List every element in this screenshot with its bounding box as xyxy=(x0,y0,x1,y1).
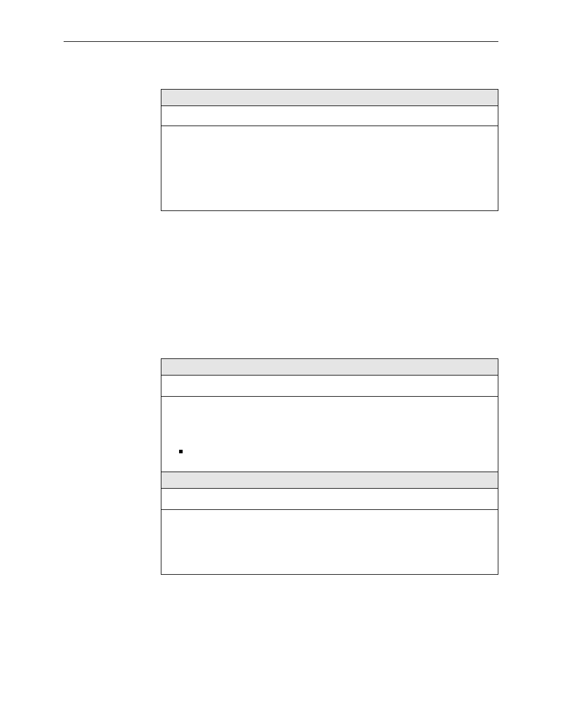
table2-body2-cell xyxy=(161,510,498,575)
table2-body1-cell xyxy=(161,397,498,472)
table2-header1-cell xyxy=(161,359,498,375)
table2-header-row-1 xyxy=(161,359,498,375)
table2-header-row-2 xyxy=(161,472,498,489)
table1-sub-cell xyxy=(161,106,498,126)
table2-sub-row-2 xyxy=(161,489,498,510)
info-table-2 xyxy=(161,358,498,575)
table2-sub-row-1 xyxy=(161,375,498,397)
table1-header-cell xyxy=(161,90,498,106)
gap-between-tables xyxy=(161,211,498,358)
content-area xyxy=(161,89,498,575)
table2-header2-cell xyxy=(161,472,498,489)
table2-body-row-2 xyxy=(161,510,498,575)
table1-header-row xyxy=(161,90,498,106)
table2-body-row-1 xyxy=(161,397,498,472)
table1-body-cell xyxy=(161,126,498,211)
info-table-1 xyxy=(161,89,498,211)
table2-sub2-cell xyxy=(161,489,498,510)
table1-sub-row xyxy=(161,106,498,126)
bullet-icon xyxy=(179,450,183,453)
table1-body-row xyxy=(161,126,498,211)
header-rule xyxy=(64,41,498,42)
table2-sub1-cell xyxy=(161,375,498,397)
